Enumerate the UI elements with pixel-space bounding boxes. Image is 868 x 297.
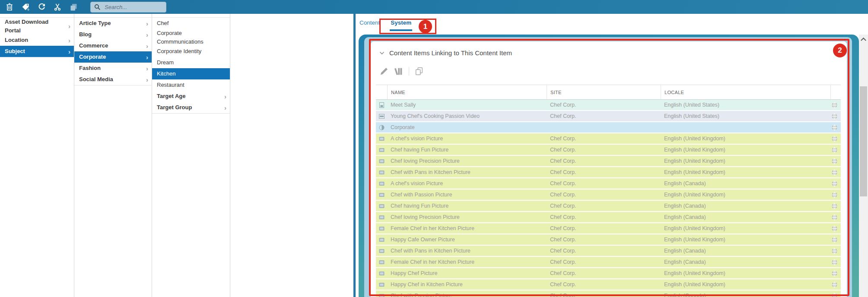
table-row[interactable]: Happy Chef PictureChef Corp.English (Uni…	[376, 268, 841, 279]
menu-item-commerce[interactable]: Commerce›	[74, 40, 152, 51]
row-language-indicator	[830, 124, 841, 131]
cell-name: Female Chef in her Kitchen Picture	[387, 225, 547, 231]
image-icon	[379, 282, 385, 288]
cell-locale: English (Canada)	[661, 180, 830, 186]
cut-button[interactable]	[52, 2, 63, 12]
cell-locale: English (United Kingdom)	[661, 270, 830, 276]
table-row[interactable]: Female Chef in her Kitchen PictureChef C…	[376, 257, 841, 268]
table-row[interactable]: Chef with Passion PictureChef Corp.Engli…	[376, 291, 841, 297]
menu-item-label: Corporate	[79, 53, 106, 61]
copy-button-disabled[interactable]	[68, 2, 79, 12]
cell-site: Chef Corp.	[547, 248, 661, 254]
row-type-icon-cell	[376, 170, 387, 175]
table-row[interactable]: A chef's vision PictureChef Corp.English…	[376, 178, 841, 190]
table-row[interactable]: Chef with Pans in Kitchen PictureChef Co…	[376, 167, 841, 178]
menu-item-label: Target Group	[157, 103, 192, 112]
cell-site: Chef Corp.	[547, 225, 661, 231]
globe-icon	[831, 113, 838, 120]
table-row[interactable]: Chef having Fun PictureChef Corp.English…	[376, 145, 841, 156]
table-row[interactable]: Chef loving Precision PictureChef Corp.E…	[376, 156, 841, 167]
table-row[interactable]: Female Chef in her Kitchen PictureChef C…	[376, 223, 841, 234]
add-tag-button[interactable]	[20, 2, 31, 12]
duplicate-button[interactable]	[414, 66, 424, 76]
section-title: Content Items Linking to This Content It…	[389, 49, 512, 57]
scrollbar-thumb[interactable]	[860, 86, 867, 196]
menu-item-location[interactable]: Location›	[0, 35, 74, 46]
chevron-right-icon: ›	[143, 43, 148, 49]
table-row[interactable]: Chef having Fun PictureChef Corp.English…	[376, 201, 841, 212]
cell-site: Chef Corp.	[547, 203, 661, 209]
chevron-right-icon: ›	[66, 37, 70, 44]
cell-site: Chef Corp.	[547, 259, 661, 265]
table-row[interactable]: Corporate	[376, 122, 841, 133]
cell-site: Chef Corp.	[547, 158, 661, 164]
menu-item-restaurant[interactable]: Restaurant	[152, 79, 230, 91]
table-row[interactable]: A chef's vision PictureChef Corp.English…	[376, 133, 841, 145]
table-row[interactable]: Chef loving Precision PictureChef Corp.E…	[376, 212, 841, 223]
menu-item-target-age[interactable]: Target Age›	[152, 91, 230, 102]
globe-icon	[831, 124, 838, 131]
delete-button[interactable]	[4, 2, 15, 12]
search-input[interactable]	[104, 3, 162, 11]
cell-locale: English (Canada)	[661, 259, 830, 265]
image-icon	[379, 136, 385, 142]
table-row[interactable]: Young Chef's Cooking Passion VideoChef C…	[376, 111, 841, 122]
vertical-scrollbar[interactable]	[859, 35, 868, 297]
menu-item-article-type[interactable]: Article Type›	[74, 18, 152, 29]
table-row[interactable]: Happy Cafe Owner PictureChef Corp.Englis…	[376, 234, 841, 246]
menu-item-corporate-identity[interactable]: Corporate Identity	[152, 46, 230, 57]
table-row[interactable]: Meet SallyChef Corp.English (United Stat…	[376, 100, 841, 111]
row-type-icon-cell	[376, 226, 387, 231]
menu-item-subject[interactable]: Subject›	[0, 46, 74, 57]
row-type-icon-cell	[376, 192, 387, 198]
table-row[interactable]: Chef with Pans in Kitchen PictureChef Co…	[376, 246, 841, 257]
menu-item-corporate[interactable]: Corporate›	[74, 51, 152, 63]
refresh-button[interactable]	[36, 2, 47, 12]
table-row[interactable]: Happy Chef in Kitchen PictureChef Corp.E…	[376, 279, 841, 291]
menu-item-label: Restaurant	[157, 81, 184, 89]
menu-item-kitchen[interactable]: Kitchen	[152, 68, 230, 79]
row-type-icon-cell	[376, 293, 387, 297]
image-icon	[379, 203, 385, 209]
menu-item-label: Subject	[5, 47, 25, 56]
collapse-section-button[interactable]	[379, 51, 385, 55]
library-button[interactable]	[394, 66, 404, 76]
menu-item-fashion[interactable]: Fashion›	[74, 63, 152, 74]
chevron-right-icon: ›	[66, 23, 70, 29]
header-site[interactable]: SITE	[547, 85, 661, 99]
menu-item-corporate-commmunications[interactable]: Corporate Commmunications	[152, 29, 230, 46]
row-language-indicator	[830, 281, 841, 288]
cell-name: Chef with Passion Picture	[387, 192, 547, 198]
row-language-indicator	[830, 158, 841, 164]
row-language-indicator	[830, 270, 841, 277]
edit-button[interactable]	[379, 66, 389, 76]
menu-item-asset-download-portal[interactable]: Asset Download Portal›	[0, 18, 74, 35]
cell-name: Chef loving Precision Picture	[387, 158, 547, 164]
cell-name: Happy Chef Picture	[387, 270, 547, 276]
chevron-right-icon: ›	[143, 54, 148, 60]
menu-item-dream[interactable]: Dream	[152, 57, 230, 68]
menu-item-social-media[interactable]: Social Media›	[74, 74, 152, 85]
row-type-icon-cell	[376, 259, 387, 265]
header-locale[interactable]: LOCALE	[661, 85, 830, 99]
menu-item-blog[interactable]: Blog›	[74, 29, 152, 40]
tab-content[interactable]: Content	[359, 19, 381, 31]
row-language-indicator	[830, 180, 841, 187]
row-language-indicator	[830, 225, 841, 232]
top-toolbar	[0, 0, 868, 14]
menu-item-label: Fashion	[79, 64, 101, 73]
image-icon	[379, 226, 385, 231]
menu-item-chef[interactable]: Chef	[152, 18, 230, 29]
books-icon	[394, 66, 404, 76]
table-row[interactable]: Chef with Passion PictureChef Corp.Engli…	[376, 190, 841, 201]
cell-site: Chef Corp.	[547, 237, 661, 243]
row-language-indicator	[830, 147, 841, 153]
table-action-bar	[379, 66, 424, 77]
menu-item-label: Social Media	[79, 75, 113, 84]
menu-item-target-group[interactable]: Target Group›	[152, 102, 230, 113]
globe-icon	[831, 248, 838, 254]
globe-icon	[831, 225, 838, 232]
row-language-indicator	[830, 136, 841, 142]
header-name[interactable]: NAME	[387, 85, 547, 99]
scroll-up-button[interactable]	[859, 35, 868, 43]
